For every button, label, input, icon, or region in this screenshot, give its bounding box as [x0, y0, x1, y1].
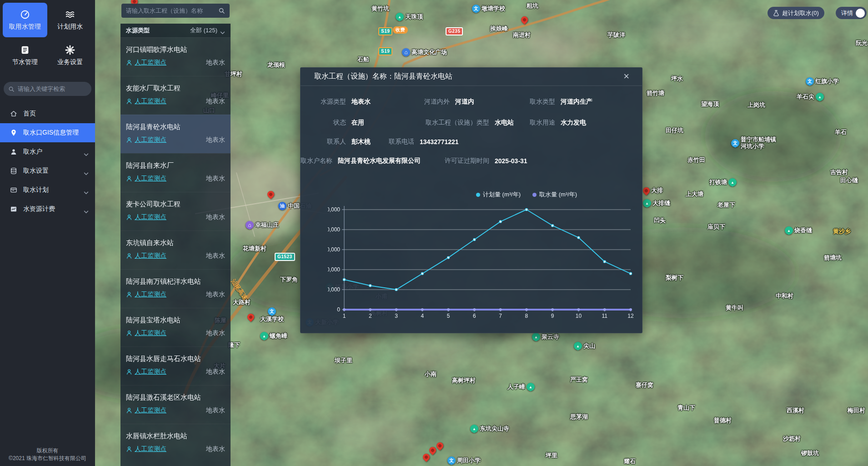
- legend-item[interactable]: 计划量 (m³/年): [476, 190, 521, 199]
- map-label: 阮光: [856, 40, 868, 47]
- module-button-3[interactable]: 业务设置: [48, 38, 93, 73]
- modal-field: 联系人 彭木桃: [314, 138, 371, 146]
- person-icon: [126, 446, 132, 452]
- station-list-item[interactable]: 陆河县南万镇杞洋水电站 人工监测点 地表水: [120, 269, 231, 308]
- module-button-0[interactable]: 取用水管理: [3, 3, 47, 37]
- map-label-text: 黄竹坑: [371, 5, 389, 12]
- map-label: 上大塘: [686, 191, 703, 198]
- water-source: 地表水: [206, 59, 225, 67]
- chevron-down-icon: [84, 170, 89, 173]
- person-icon: [126, 98, 132, 105]
- mountain-icon: ▲: [816, 93, 824, 101]
- person-icon: [126, 214, 132, 220]
- module-button-1[interactable]: 计划用水: [48, 3, 93, 37]
- person-icon: [126, 60, 132, 66]
- map-label-text: 烧香缝: [794, 227, 812, 234]
- legend-label: 计划量 (m³/年): [483, 190, 521, 199]
- mountain-icon: ▲: [785, 226, 793, 235]
- station-list-item[interactable]: 陆河县水唇走马石水电站 人工监测点 地表水: [120, 346, 231, 385]
- road-badge: S19: [378, 47, 392, 55]
- station-name: 陆河县南万镇杞洋水电站: [126, 277, 225, 286]
- module-grid: 取用水管理 计划用水 节水管理 业务设置: [0, 0, 95, 75]
- map-label: 青山下: [677, 405, 695, 411]
- sidebar-item-3[interactable]: 取水设置: [0, 161, 95, 180]
- sidebar-item-2[interactable]: 取水户: [0, 142, 95, 161]
- map-label: 黄牛叫: [726, 305, 743, 311]
- station-list-item[interactable]: 陆河县宝塔水电站 人工监测点 地表水: [120, 308, 231, 346]
- water-source: 地表水: [206, 175, 225, 183]
- svg-text:6: 6: [473, 313, 476, 319]
- map-label-text: 箭竹塘: [647, 90, 664, 97]
- sidebar-item-label: 首页: [23, 110, 36, 118]
- map-label: 梅田村: [848, 407, 865, 414]
- module-label: 计划用水: [57, 23, 83, 31]
- chevron-down-icon: [84, 150, 89, 154]
- legend-dot-icon: [532, 193, 537, 197]
- over-plan-water-button[interactable]: 超计划取水(0): [768, 7, 824, 19]
- station-list-item[interactable]: 陆河县自来水厂 人工监测点 地表水: [120, 153, 231, 192]
- doc-icon: [20, 45, 30, 55]
- monitor-type: 人工监测点: [135, 59, 166, 67]
- sidebar-item-4[interactable]: 取水计划: [0, 180, 95, 200]
- sidebar-search-input[interactable]: [18, 85, 87, 92]
- field-label: 取水户名称: [296, 157, 332, 165]
- station-list-item[interactable]: 水唇镇水栏肚水电站 人工监测点 地表水: [120, 424, 231, 462]
- svg-text:3,000,000: 3,000,000: [328, 246, 340, 253]
- map-label-text: 芋陂洋: [607, 32, 625, 39]
- monitor-type: 人工监测点: [135, 291, 166, 299]
- station-list-item[interactable]: 河口镇唱歌潭水电站 人工监测点 地表水: [120, 37, 231, 76]
- map-label-text: 黄牛叫: [726, 305, 743, 311]
- svg-text:4,000,000: 4,000,000: [328, 226, 340, 233]
- detail-toggle[interactable]: 详情: [836, 7, 867, 19]
- map-label-text: 羊石: [835, 129, 847, 136]
- map-label: 老屋下: [717, 202, 735, 209]
- module-button-2[interactable]: 节水管理: [3, 38, 47, 73]
- water-source: 地表水: [206, 445, 225, 453]
- station-name: 东坑镇自来水站: [126, 239, 225, 247]
- chevron-down-icon: [84, 189, 89, 192]
- sidebar-item-0[interactable]: 首页: [0, 104, 95, 123]
- map-label: ▲尖山: [574, 342, 595, 350]
- map-label: 坝子里: [335, 357, 352, 364]
- station-list-item[interactable]: 东坑镇自来水站 人工监测点 地表水: [120, 230, 231, 269]
- filter-dropdown[interactable]: 全部 (125): [190, 26, 225, 35]
- map-label-text: 吉告村: [830, 169, 848, 176]
- field-label: 河道内外: [418, 98, 450, 106]
- station-list-item[interactable]: 陆河县激石溪老区水电站 人工监测点 地表水: [120, 385, 231, 424]
- map-label: ▲天珠顶: [396, 13, 423, 21]
- field-value: 彭木桃: [351, 138, 371, 146]
- map-label-text: 严王窝: [570, 376, 588, 383]
- close-icon[interactable]: ×: [623, 71, 629, 81]
- app-window: 黄竹坑粗坑挨娘峰南进村芋陂洋阮光石船龙颈根甘坪村峰仔里山口▲天珠顶文墩塘学校⌂高…: [0, 0, 868, 466]
- sidebar-item-5[interactable]: 水资源计费: [0, 200, 95, 219]
- svg-text:3: 3: [395, 313, 398, 319]
- station-search-input[interactable]: [126, 7, 218, 14]
- user-icon: [10, 148, 17, 155]
- field-value: 水力发电: [561, 119, 586, 127]
- map-label-text: 坪里: [546, 452, 557, 459]
- field-value: 13432771221: [420, 138, 459, 145]
- station-name: 麦卡公司取水工程: [126, 200, 225, 209]
- station-list-item[interactable]: 友能水厂取水工程 人工监测点 地表水: [120, 76, 231, 115]
- school-icon: 文: [806, 77, 814, 85]
- station-list-item[interactable]: 陆河县青砼水电站 人工监测点 地表水: [120, 115, 231, 153]
- pin-icon: [10, 129, 17, 136]
- search-icon[interactable]: [218, 7, 225, 14]
- map-label-text: 普宁市船埔镇河坑小学: [741, 136, 776, 150]
- station-name: 水唇镇水栏肚水电站: [126, 432, 225, 441]
- field-value: 水电站: [495, 119, 514, 127]
- field-value: 河道内: [455, 98, 474, 106]
- field-label: 许可证过期时间: [439, 157, 489, 165]
- map-label-text: 庙贝下: [707, 224, 725, 230]
- monitor-type: 人工监测点: [135, 175, 166, 183]
- search-icon: [8, 86, 15, 92]
- sidebar-item-1[interactable]: 取水口GIS信息管理: [0, 123, 95, 142]
- station-list-item[interactable]: 麦卡公司取水工程 人工监测点 地表水: [120, 192, 231, 230]
- map-label-text: 高塘文化广场: [411, 49, 447, 56]
- sidebar-item-label: 取水计划: [23, 186, 49, 194]
- map-label-text: 寨仔窝: [636, 382, 653, 389]
- station-search-box: [121, 4, 230, 18]
- filter-label: 水源类型: [126, 26, 150, 35]
- legend-item[interactable]: 取水量 (m³/年): [532, 190, 577, 199]
- toggle-knob[interactable]: [856, 9, 865, 18]
